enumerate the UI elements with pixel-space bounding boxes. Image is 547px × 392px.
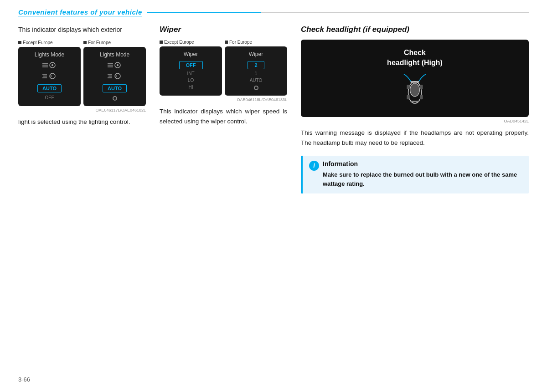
lights-panels: Lights Mode <box>18 47 146 106</box>
right-column: Check headlight (if equipped) Check head… <box>301 25 529 193</box>
auto-button-1: AUTO <box>37 84 62 92</box>
warning-text: This warning message is displayed if the… <box>301 128 529 148</box>
wiper-lo: LO <box>188 78 194 83</box>
wiper-heading: Wiper <box>160 25 287 34</box>
svg-rect-26 <box>407 85 409 90</box>
sq-icon2 <box>83 41 87 44</box>
lights-icons-1: AUTO OFF <box>22 61 77 100</box>
lights-panel-for-europe: Lights Mode <box>83 47 146 106</box>
lights-icons-2: AUTO <box>87 61 142 102</box>
header-divider <box>147 12 529 13</box>
svg-rect-27 <box>420 85 423 90</box>
left-intro: This indicator displays which exterior <box>18 25 146 35</box>
main-content: This indicator displays which exterior E… <box>0 25 547 193</box>
off-label-1: OFF <box>45 95 54 100</box>
headlight-display: Check headlight (High) <box>301 40 529 117</box>
label-except-europe-left: Except Europe <box>18 40 81 45</box>
light-icon-4 <box>108 72 122 81</box>
info-icon: i <box>309 161 319 171</box>
lights-title-1: Lights Mode <box>22 51 77 58</box>
wiper-panels: Wiper OFF INT LO HI Wiper 2 1 AUTO <box>160 46 287 96</box>
label-for-europe-middle: For Europe <box>225 40 287 45</box>
info-body: Make sure to replace the burned out bulb… <box>323 170 522 189</box>
label-row-middle: Except Europe For Europe <box>160 40 287 45</box>
svg-rect-28 <box>407 95 409 100</box>
svg-point-4 <box>52 64 53 66</box>
label-for-europe-left: For Europe <box>83 40 146 45</box>
svg-rect-29 <box>420 95 423 100</box>
wiper-off-btn: OFF <box>179 61 203 69</box>
page-header: Convenient features of your vehicle <box>0 0 547 16</box>
wiper-auto: AUTO <box>250 78 263 83</box>
svg-point-15 <box>117 64 119 66</box>
middle-body: This indicator displays which wiper spee… <box>160 107 287 126</box>
wiper-icons-2: 2 1 AUTO <box>228 61 284 91</box>
circle-indicator-1 <box>113 96 117 101</box>
sq-icon3 <box>160 41 163 44</box>
light-icon-1 <box>42 61 57 71</box>
wiper-num-1: 1 <box>255 71 258 76</box>
wiper-title-2: Wiper <box>228 51 284 57</box>
left-body: light is selected using the lighting con… <box>18 117 146 127</box>
right-caption: OAD045142L <box>301 119 529 123</box>
wiper-num-2: 2 <box>248 61 264 69</box>
sq-icon4 <box>225 41 228 44</box>
page-title: Convenient features of your vehicle <box>18 8 142 16</box>
information-box: i Information Make sure to replace the b… <box>301 156 529 194</box>
sq-icon <box>18 41 21 44</box>
lights-panel-europe: Lights Mode <box>18 47 81 106</box>
middle-column: Wiper Except Europe For Europe Wiper OFF… <box>160 25 287 193</box>
wiper-panel-1: Wiper OFF INT LO HI <box>160 46 222 96</box>
svg-rect-25 <box>410 101 419 102</box>
page-number: 3-66 <box>18 376 30 383</box>
svg-point-23 <box>410 83 420 97</box>
car-top-view-icon <box>397 72 433 109</box>
label-except-europe-middle: Except Europe <box>160 40 222 45</box>
left-caption: OAE046117L/OAE046182L <box>18 108 146 112</box>
wiper-title-1: Wiper <box>163 51 218 57</box>
lights-title-2: Lights Mode <box>87 51 142 58</box>
wiper-hi: HI <box>189 85 193 90</box>
info-content: Information Make sure to replace the bur… <box>323 160 522 189</box>
light-icon-3 <box>108 61 122 71</box>
svg-point-8 <box>50 73 55 79</box>
middle-caption: OAE046118L/OAE046183L <box>160 97 287 102</box>
info-title: Information <box>323 160 522 168</box>
wiper-int: INT <box>187 71 194 76</box>
headlight-heading: Check headlight (if equipped) <box>301 25 529 34</box>
headlight-display-text: Check headlight (High) <box>387 48 443 68</box>
circle-indicator-2 <box>254 86 258 90</box>
light-icon-2 <box>42 72 57 81</box>
svg-point-19 <box>115 73 120 79</box>
svg-rect-24 <box>410 81 419 83</box>
wiper-icons-1: OFF INT LO HI <box>163 61 218 90</box>
label-row-left: Except Europe For Europe <box>18 40 146 45</box>
left-column: This indicator displays which exterior E… <box>18 25 146 193</box>
auto-button-2: AUTO <box>103 84 127 92</box>
wiper-panel-2: Wiper 2 1 AUTO <box>225 46 287 96</box>
